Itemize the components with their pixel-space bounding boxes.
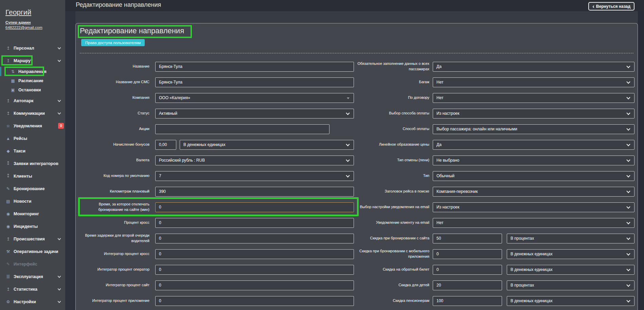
select-field[interactable]: Обычный bbox=[433, 171, 634, 181]
trips-icon: ▲ bbox=[5, 136, 11, 141]
text-input[interactable] bbox=[155, 280, 354, 290]
text-input[interactable] bbox=[155, 124, 329, 134]
select-field[interactable]: Выбор пассажира: онлайн или наличными bbox=[433, 124, 634, 134]
unit-select[interactable]: В денежных единицах bbox=[507, 249, 634, 259]
select-field[interactable]: Активный bbox=[155, 109, 354, 118]
text-input[interactable] bbox=[155, 249, 354, 259]
sidebar-item-рейсы[interactable]: ▲Рейсы bbox=[0, 132, 65, 145]
text-input[interactable] bbox=[433, 296, 502, 306]
unit-select[interactable]: В денежных единицах bbox=[180, 140, 354, 150]
sidebar-item-клиенты[interactable]: ⁑Клиенты bbox=[0, 170, 65, 182]
user-email-link[interactable]: 6482222@gmail.com bbox=[5, 25, 60, 30]
unit-select[interactable]: В процентах bbox=[507, 280, 634, 290]
field-control bbox=[155, 124, 354, 134]
chevron-down-icon bbox=[58, 274, 61, 278]
text-input[interactable] bbox=[433, 265, 502, 275]
sidebar-item-label: Клиенты bbox=[14, 174, 32, 179]
user-name-link[interactable]: Георгий bbox=[5, 8, 60, 16]
text-input[interactable] bbox=[155, 234, 354, 243]
field-label: Код номера по умолчанию bbox=[76, 173, 149, 179]
select-field[interactable]: Нет bbox=[433, 218, 634, 228]
unit-select[interactable]: В денежных единицах bbox=[507, 296, 634, 306]
sidebar-item-статистика[interactable]: ↥Статистика bbox=[0, 283, 65, 295]
sidebar-item-маршрут[interactable]: ↥Маршрут bbox=[0, 54, 65, 67]
sidebar-item-остановки[interactable]: ▣Остановки bbox=[0, 85, 65, 94]
select-value: В процентах bbox=[511, 236, 534, 241]
sidebar-item-label: Новости bbox=[14, 199, 31, 204]
text-input[interactable] bbox=[155, 296, 354, 306]
field-control: Не выбрано bbox=[433, 156, 634, 165]
user-access-rights-button[interactable]: Права доступа пользователям bbox=[81, 39, 145, 46]
select-field[interactable]: Да bbox=[433, 140, 634, 150]
select-value: В процентах bbox=[511, 283, 534, 288]
sidebar-item-эксплуатация[interactable]: ☰Эксплуатация bbox=[0, 270, 65, 283]
field-label: Интегратор процент оператор bbox=[76, 267, 149, 272]
select-field[interactable]: 7 bbox=[155, 171, 354, 181]
sidebar-item-направления[interactable]: ⇅Направления bbox=[0, 67, 65, 76]
unit-select[interactable]: В денежных единицах bbox=[507, 265, 634, 275]
field-control: Российский рубль : RUB bbox=[155, 156, 354, 165]
sidebar-item-настройки[interactable]: ⚙Настройки bbox=[0, 295, 65, 308]
field-control: Да bbox=[433, 140, 634, 150]
form-row-выбор-настройки-уведомления-на-email: Выбор настройки уведомления на emailИз н… bbox=[340, 199, 635, 215]
sidebar-item-персонал[interactable]: ↥Персонал bbox=[0, 42, 65, 54]
sidebar-item-заявки-интеграторов[interactable]: ⁑Заявки интеграторов bbox=[0, 157, 65, 170]
chevron-down-icon bbox=[626, 298, 630, 302]
select-field[interactable]: Нет bbox=[433, 77, 634, 87]
sidebar-item-оперативные-задачи[interactable]: ⚒Оперативные задачи bbox=[0, 245, 65, 258]
chevron-down-icon bbox=[58, 58, 61, 62]
sidebar-item-интерфейс[interactable]: ✎Интерфейс bbox=[0, 258, 65, 270]
text-input[interactable] bbox=[155, 187, 354, 197]
select-field[interactable]: Нет bbox=[433, 93, 634, 103]
text-input[interactable] bbox=[155, 265, 354, 275]
sidebar-item-автопарк[interactable]: ↥Автопарк bbox=[0, 94, 65, 107]
select-value: Нет bbox=[436, 80, 443, 85]
text-input[interactable] bbox=[155, 218, 354, 228]
select-field[interactable]: Российский рубль : RUB bbox=[155, 156, 354, 165]
field-control: В денежных единицах bbox=[433, 296, 634, 306]
field-control: В процентах bbox=[433, 280, 634, 290]
sidebar-item-уведомления[interactable]: ⍾Уведомления0 bbox=[0, 120, 65, 132]
sidebar-item-бронирование[interactable]: ✎Бронирование bbox=[0, 182, 65, 195]
sidebar-item-инциденты[interactable]: ◉Инциденты bbox=[0, 220, 65, 233]
form-row-способ-оплаты: Способ оплатыВыбор пассажира: онлайн или… bbox=[340, 121, 635, 137]
chevron-down-icon bbox=[626, 189, 630, 193]
select-value: Да bbox=[436, 64, 442, 69]
list-icon: ☰ bbox=[5, 274, 11, 279]
sidebar-item-label: Заявки интеграторов bbox=[14, 161, 58, 166]
text-input[interactable] bbox=[155, 62, 354, 72]
sidebar-item-новости[interactable]: ▤Новости bbox=[0, 195, 65, 207]
chevron-down-icon bbox=[626, 174, 630, 177]
sidebar-item-такси[interactable]: ◆Такси bbox=[0, 145, 65, 157]
sidebar-item-label: Персонал bbox=[14, 46, 34, 51]
sidebar-item-происшествия[interactable]: ↥Происшествия bbox=[0, 233, 65, 245]
chevron-down-icon bbox=[626, 158, 630, 162]
sidebar-item-мониторинг[interactable]: ◉Мониторинг bbox=[0, 207, 65, 220]
select-field[interactable]: Из настроек bbox=[433, 202, 634, 212]
field-label: Обязательное заполнение данных о всех па… bbox=[340, 61, 429, 72]
unit-select[interactable]: В процентах bbox=[507, 234, 634, 243]
integrators-icon: ⁑ bbox=[5, 161, 11, 166]
text-input[interactable] bbox=[155, 140, 176, 150]
back-button[interactable]: ‹ Вернуться назад bbox=[588, 2, 634, 11]
sidebar-item-расписание[interactable]: ▦Расписание bbox=[0, 76, 65, 85]
sidebar-item-коммуникации[interactable]: ↥Коммуникации bbox=[0, 107, 65, 120]
select-field[interactable]: Из настроек bbox=[433, 109, 634, 118]
app-screen: Редактирование направления ‹ Вернуться н… bbox=[0, 0, 644, 310]
field-control: Нет bbox=[433, 77, 634, 87]
field-label: Километраж плановый bbox=[76, 189, 149, 194]
form-row-уведомление-клиенту-на-email: Уведомление клиенту на emailНет bbox=[340, 215, 635, 231]
text-input[interactable] bbox=[433, 280, 502, 290]
field-control bbox=[155, 280, 354, 290]
user-role: Супер админ bbox=[5, 20, 60, 24]
text-input[interactable] bbox=[433, 249, 502, 259]
select-field[interactable]: Компания-перевозчик bbox=[433, 187, 634, 197]
text-input[interactable] bbox=[433, 234, 502, 243]
booking-edit-icon: ✎ bbox=[5, 186, 11, 191]
select-field[interactable]: Да bbox=[433, 62, 634, 72]
company-select2[interactable]: ООО «Калерия» bbox=[155, 93, 354, 103]
text-input[interactable] bbox=[155, 77, 354, 87]
text-input[interactable] bbox=[155, 202, 354, 212]
select-field[interactable]: Не выбрано bbox=[433, 156, 634, 165]
form-row-интегратор-процент-приложение: Интегратор процент приложение bbox=[76, 293, 354, 309]
